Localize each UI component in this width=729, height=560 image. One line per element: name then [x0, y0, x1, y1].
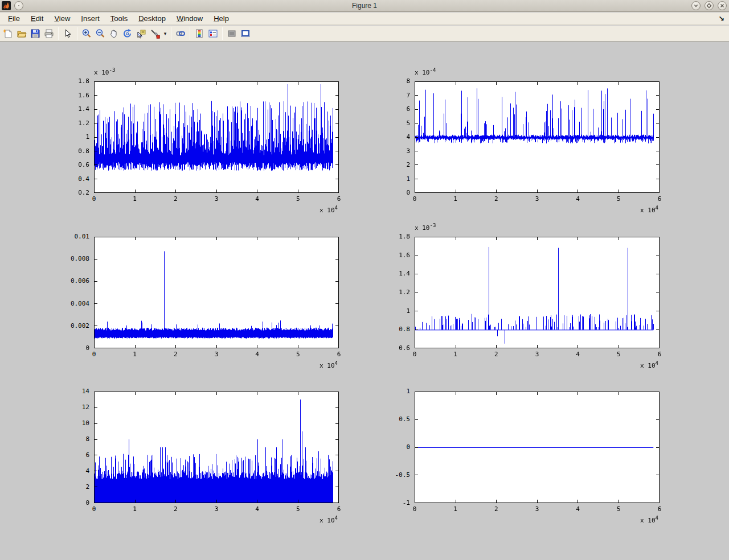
- subplot-6-ytick-label: 0.5: [383, 415, 410, 423]
- subplot-4-ytick-label: 1.4: [383, 270, 410, 277]
- rotate-3d-button[interactable]: [121, 27, 134, 40]
- menu-item-insert[interactable]: Insert: [78, 13, 103, 24]
- subplot-5-ytick-label: 8: [62, 435, 89, 443]
- subplot-6-ytick-label: -0.5: [383, 471, 410, 479]
- new-figure-button[interactable]: [1, 27, 15, 40]
- titlebar: Figure 1: [0, 0, 729, 12]
- zoom-in-button[interactable]: [80, 27, 93, 40]
- subplot-6-xtick-label: 3: [526, 505, 548, 513]
- minimize-button[interactable]: [691, 1, 701, 10]
- brush-dropdown-button[interactable]: ▾: [162, 27, 169, 40]
- subplot-1-xtick-label: 5: [286, 195, 309, 203]
- pan-tool-button[interactable]: [107, 27, 121, 40]
- menu-item-edit[interactable]: Edit: [28, 13, 46, 24]
- subplot-5-ytick-label: 14: [62, 388, 89, 395]
- maximize-button[interactable]: [705, 1, 714, 10]
- subplot-3-axes[interactable]: [94, 237, 339, 348]
- open-file-icon: [17, 28, 27, 39]
- subplot-3-ytick-label: 0.004: [62, 300, 89, 307]
- menu-item-view[interactable]: View: [51, 13, 73, 24]
- menubar: FileEditViewInsertToolsDesktopWindowHelp…: [0, 13, 729, 25]
- subplot-5-ytick-label: 4: [62, 467, 89, 475]
- subplot-4-x-scale-label: x 104: [624, 362, 658, 369]
- subplot-6-xtick-label: 5: [607, 505, 630, 513]
- subplot-5-ytick-label: 10: [62, 419, 89, 427]
- subplot-2-xtick-label: 3: [526, 195, 548, 203]
- close-button[interactable]: [718, 1, 727, 10]
- dock-figure-arrow-icon[interactable]: ↘: [719, 14, 724, 22]
- toolbar-separator: [190, 27, 190, 40]
- menu-item-window[interactable]: Window: [174, 13, 206, 24]
- subplot-1-xtick-label: 4: [246, 195, 269, 203]
- menu-item-help[interactable]: Help: [211, 13, 232, 24]
- subplot-4-axes[interactable]: [415, 237, 660, 348]
- link-plot-button[interactable]: [174, 27, 187, 40]
- subplot-4-ytick-label: 1.8: [383, 233, 410, 240]
- toolbar-separator: [58, 27, 59, 40]
- print-figure-icon: [44, 28, 54, 39]
- subplot-6-xtick-label: 6: [648, 505, 671, 513]
- save-figure-icon: [30, 28, 40, 39]
- subplot-2-xtick-label: 2: [485, 195, 507, 203]
- menu-item-file[interactable]: File: [5, 13, 23, 24]
- subplot-6-ytick-label: -1: [383, 499, 410, 507]
- maximize-diamond-icon: [706, 3, 712, 9]
- insert-legend-icon: [208, 28, 218, 39]
- subplot-3-xtick-label: 5: [286, 351, 309, 358]
- subplot-1-ytick-label: 0.6: [62, 161, 89, 168]
- pointer-icon: [63, 28, 73, 39]
- subplot-1-xtick-label: 6: [327, 195, 350, 203]
- save-figure-button[interactable]: [28, 27, 42, 40]
- subplot-4-ytick-label: 1.6: [383, 252, 410, 259]
- hide-plot-tools-button[interactable]: [225, 27, 239, 40]
- subplot-5-xtick-label: 4: [246, 505, 269, 513]
- subplot-5-axes[interactable]: [94, 392, 339, 503]
- toolbar-separator: [222, 27, 223, 40]
- subplot-2-ytick-label: 7: [383, 92, 410, 99]
- subplot-3-xtick-label: 3: [205, 351, 228, 358]
- subplot-2-ytick-label: 0: [383, 189, 410, 196]
- insert-colorbar-icon: [194, 28, 204, 39]
- subplot-1-axes[interactable]: [94, 81, 339, 193]
- subplot-4-y-scale-label: x 10-3: [415, 224, 436, 232]
- menu-item-tools[interactable]: Tools: [108, 13, 130, 24]
- subplot-1-ytick-label: 1: [62, 133, 89, 141]
- data-cursor-button[interactable]: [134, 27, 148, 40]
- subplot-4-ytick-label: 1.2: [383, 289, 410, 296]
- subplot-6-ytick-label: 0: [383, 443, 410, 451]
- subplot-2-ytick-label: 8: [383, 77, 410, 85]
- subplot-3-xtick-label: 2: [164, 351, 187, 358]
- subplot-4-ytick-label: 0.8: [383, 326, 410, 333]
- toolbar-separator: [171, 27, 171, 40]
- subplot-2-xtick-label: 4: [567, 195, 589, 203]
- subplot-5-ytick-label: 0: [62, 499, 89, 507]
- subplot-4-xtick-label: 5: [607, 351, 630, 358]
- subplot-2-axes[interactable]: [415, 81, 660, 193]
- zoom-in-icon: [81, 28, 92, 39]
- show-plot-tools-button[interactable]: [239, 27, 252, 40]
- menu-item-desktop[interactable]: Desktop: [136, 13, 169, 24]
- brush-tool-button[interactable]: [148, 27, 162, 40]
- insert-legend-button[interactable]: [206, 27, 220, 40]
- brush-dropdown-caret-icon: ▾: [162, 31, 168, 36]
- subplot-6-axes[interactable]: [415, 392, 660, 503]
- subplot-1-xtick-label: 3: [205, 195, 228, 203]
- subplot-4-xtick-label: 3: [526, 351, 548, 358]
- subplot-1-ytick-label: 1.4: [62, 105, 89, 113]
- subplot-5-ytick-label: 6: [62, 451, 89, 459]
- chevron-down-icon: [693, 3, 699, 9]
- print-figure-button[interactable]: [42, 27, 56, 40]
- toolbar-separator: [77, 27, 77, 40]
- close-icon: [719, 3, 725, 9]
- subplot-2-y-scale-label: x 10-4: [415, 69, 436, 76]
- zoom-out-icon: [95, 28, 105, 39]
- subplot-5-ytick-label: 12: [62, 403, 89, 411]
- insert-colorbar-button[interactable]: [193, 27, 206, 40]
- show-plot-tools-icon: [240, 28, 251, 39]
- figure-window: Figure 1 FileEditViewInsertToolsDesktopW…: [0, 0, 729, 560]
- subplot-4-ytick-label: 1: [383, 307, 410, 315]
- open-file-button[interactable]: [15, 27, 28, 40]
- subplot-1-ytick-label: 1.6: [62, 92, 89, 99]
- zoom-out-button[interactable]: [93, 27, 107, 40]
- pointer-tool-button[interactable]: [61, 27, 75, 40]
